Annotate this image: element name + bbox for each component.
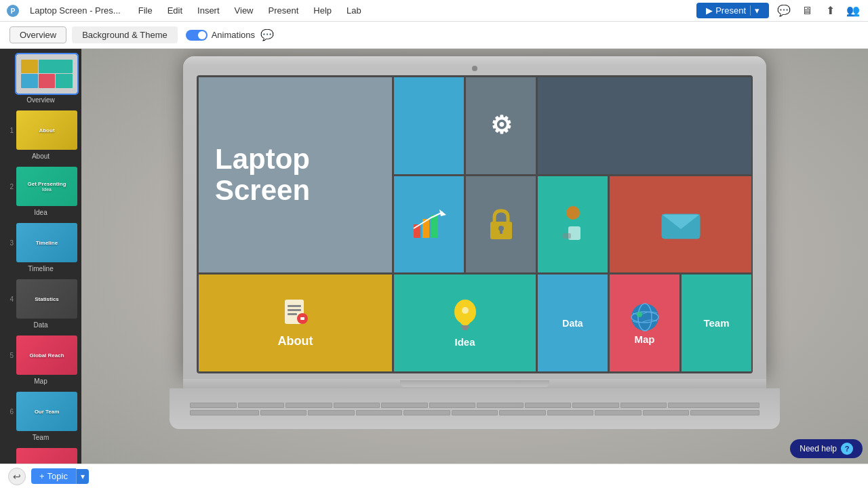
present-button[interactable]: ▶ Present ▾ <box>696 3 769 18</box>
main-area: Overview 1 About About 2 Get Presenting … <box>0 49 868 464</box>
users-icon[interactable]: 👥 <box>845 3 861 19</box>
tile-chart <box>394 176 464 273</box>
idea-icon <box>450 298 481 336</box>
slide-thumb-idea[interactable]: Get Presenting Idea <box>16 167 77 206</box>
svg-rect-19 <box>288 313 297 315</box>
svg-point-25 <box>462 307 469 314</box>
add-topic-button[interactable]: + Topic <box>31 468 76 484</box>
app-title: Laptop Screen - Pres... <box>30 5 121 16</box>
top-right-actions: ▶ Present ▾ 💬 🖥 ⬆ 👥 <box>696 3 861 19</box>
animations-label: Animations <box>212 30 255 40</box>
slide-thumb-map[interactable]: Global Reach <box>16 336 77 375</box>
svg-rect-8 <box>500 230 502 234</box>
add-icon: + <box>39 471 45 481</box>
tile-about: About <box>199 274 392 371</box>
menu-file[interactable]: File <box>132 4 159 17</box>
map-label: Map <box>34 378 47 385</box>
presentation-grid: Laptop Screen ⚙ <box>197 75 753 373</box>
svg-text:P: P <box>11 7 16 15</box>
need-help-button[interactable]: Need help ? <box>790 439 863 458</box>
app-logo: P <box>7 5 19 17</box>
title-tile: Laptop Screen <box>199 77 392 272</box>
chart-icon <box>412 209 446 239</box>
slide-num-5: 5 <box>5 352 14 359</box>
play-icon: ▶ <box>706 5 713 16</box>
slide-overview-wrapper <box>0 54 81 94</box>
data-label: Data <box>33 321 47 329</box>
prezi-logo-icon: P <box>7 5 19 17</box>
tile-idea: Idea <box>394 274 536 371</box>
laptop-hinge-bar <box>183 379 766 388</box>
sidebar: Overview 1 About About 2 Get Presenting … <box>0 49 81 464</box>
svg-rect-17 <box>288 305 301 307</box>
share-icon[interactable]: ⬆ <box>822 3 838 19</box>
add-topic-dropdown[interactable]: ▾ <box>76 469 89 484</box>
menu-help[interactable]: Help <box>307 4 338 17</box>
need-help-label: Need help <box>800 444 837 453</box>
tile-blue-top <box>394 77 464 174</box>
menu-view[interactable]: View <box>228 4 260 17</box>
slide-thumb-data[interactable]: Statistics <box>16 279 77 319</box>
laptop-hinge <box>400 380 549 387</box>
tile-map: Map <box>610 274 679 371</box>
slide-thumb-contact[interactable]: Contact <box>16 448 77 464</box>
slide-1-wrapper: 1 About <box>0 110 81 150</box>
toolbar-comment-icon[interactable]: 💬 <box>260 28 274 41</box>
slide-7-wrapper: 7 Contact <box>0 448 81 464</box>
slide-area: Laptop Screen ⚙ <box>81 49 868 464</box>
toolbar: Overview Background & Theme Animations 💬 <box>0 22 868 49</box>
screen-icon[interactable]: 🖥 <box>799 3 815 19</box>
document-icon <box>283 298 308 330</box>
slide-2-wrapper: 2 Get Presenting Idea <box>0 167 81 206</box>
slide-6-wrapper: 6 Our Team <box>0 392 81 431</box>
slide-thumb-timeline[interactable]: Timeline <box>16 223 77 262</box>
map-label: Map <box>635 333 655 345</box>
svg-rect-24 <box>462 328 468 330</box>
slide-4-wrapper: 4 Statistics <box>0 279 81 319</box>
tile-dark-top <box>538 77 751 174</box>
timeline-label: Timeline <box>28 265 53 272</box>
laptop-screen: Laptop Screen ⚙ <box>197 75 753 373</box>
slide-num-2: 2 <box>5 183 14 190</box>
idea-label: Idea <box>34 209 47 216</box>
svg-rect-4 <box>431 215 438 238</box>
slide-num-1: 1 <box>5 127 14 134</box>
slide-num-6: 6 <box>5 408 14 415</box>
slide-num-3: 3 <box>5 239 14 247</box>
tab-overview[interactable]: Overview <box>9 26 66 43</box>
team-label: Team <box>33 434 49 441</box>
tile-lock <box>466 176 536 273</box>
svg-point-26 <box>631 304 658 331</box>
menu-edit[interactable]: Edit <box>161 4 189 17</box>
svg-marker-5 <box>439 209 446 216</box>
animations-toggle[interactable] <box>186 30 208 41</box>
person-icon <box>556 205 590 244</box>
svg-rect-23 <box>461 325 469 328</box>
globe-icon <box>629 301 661 333</box>
tab-background-theme[interactable]: Background & Theme <box>72 26 178 43</box>
present-dropdown-arrow[interactable]: ▾ <box>750 5 760 16</box>
top-bar: P Laptop Screen - Pres... File Edit Inse… <box>0 0 868 22</box>
laptop-camera <box>472 66 477 71</box>
menu-lab[interactable]: Lab <box>340 4 368 17</box>
menu-insert[interactable]: Insert <box>191 4 226 17</box>
svg-rect-12 <box>563 233 571 239</box>
data-label: Data <box>562 318 583 329</box>
svg-rect-18 <box>288 309 301 311</box>
laptop-bezel: Laptop Screen ⚙ <box>183 56 766 379</box>
gear-icon: ⚙ <box>490 111 512 140</box>
about-doc-icon <box>283 298 308 325</box>
mail-icon <box>660 209 701 240</box>
slide-thumb-about[interactable]: About <box>16 110 77 150</box>
tile-data: Data <box>538 274 608 371</box>
menu-present[interactable]: Present <box>262 4 306 17</box>
comments-icon[interactable]: 💬 <box>776 3 792 19</box>
tile-person <box>538 176 608 273</box>
tile-gear: ⚙ <box>466 77 536 174</box>
back-navigation-button[interactable]: ↩ <box>8 468 26 485</box>
about-label: About <box>32 152 50 160</box>
help-circle-icon: ? <box>841 443 853 455</box>
laptop: Laptop Screen ⚙ <box>170 56 780 456</box>
slide-thumb-overview[interactable] <box>16 54 77 94</box>
slide-thumb-team[interactable]: Our Team <box>16 392 77 431</box>
